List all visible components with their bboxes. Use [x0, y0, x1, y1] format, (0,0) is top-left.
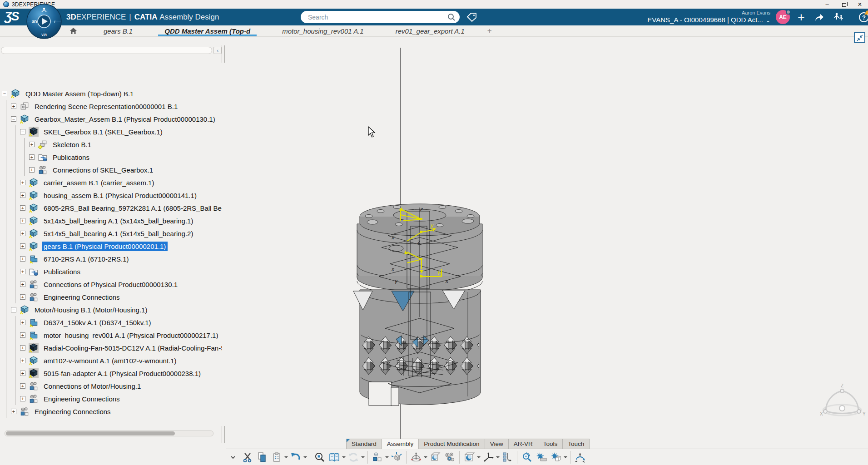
tree-expander[interactable]: +: [20, 269, 25, 274]
cut-button[interactable]: [240, 450, 255, 465]
tree-item-label[interactable]: 5015-fan-adapter A.1 (Physical Product00…: [42, 369, 203, 378]
add-content-button[interactable]: +: [794, 11, 808, 23]
ribbon-tab[interactable]: Touch: [562, 439, 590, 449]
tree-item-label[interactable]: motor_housing_rev001 A.1 (Physical Produ…: [42, 331, 220, 340]
3d-viewport[interactable]: zyxzxyHx: [353, 201, 486, 411]
restore-button[interactable]: [835, 0, 852, 9]
tree-top-scrollbar[interactable]: [1, 47, 212, 54]
center-on-button[interactable]: [520, 450, 534, 465]
compass-z-label[interactable]: Z: [841, 383, 843, 388]
section-view-button[interactable]: [428, 450, 442, 465]
tree-bottom-scrollbar[interactable]: [5, 430, 213, 436]
tree-row[interactable]: − Gearbox_Master_Assem B.1 (Physical Pro…: [2, 113, 222, 125]
collapse-panel-button[interactable]: [854, 32, 865, 43]
tree-row[interactable]: + Engineering Connections: [2, 405, 222, 418]
tree-item-label[interactable]: amt102-v-wmount A.1 (amt102-v-wmount.1): [42, 356, 179, 366]
tree-expander[interactable]: +: [20, 243, 25, 249]
tree-item-label[interactable]: Engineering Connections: [42, 394, 122, 404]
tree-item-label[interactable]: Connections of SKEL_Gearbox.1: [51, 165, 155, 175]
close-button[interactable]: ×: [852, 0, 868, 9]
tree-row[interactable]: + 6710-2RS A.1 (6710-2RS.1): [2, 252, 222, 265]
tree-item-label[interactable]: carrier_assem B.1 (carrier_assem.1): [42, 178, 156, 188]
share-button[interactable]: [813, 11, 826, 23]
ribbon-tab[interactable]: Assembly: [382, 439, 419, 449]
view-navigation-compass[interactable]: Z X Y: [817, 383, 868, 425]
tree-row[interactable]: + Publications: [2, 151, 222, 163]
tree-item-label[interactable]: Connections of Motor/Housing.1: [42, 381, 143, 391]
sphere-box-button[interactable]: [462, 450, 476, 465]
tree-item-label[interactable]: Publications: [42, 267, 82, 277]
tree-expander[interactable]: −: [20, 129, 25, 134]
catalog-book-dropdown[interactable]: [342, 450, 346, 465]
paste-button[interactable]: [269, 450, 284, 465]
tree-item-label[interactable]: 6805-2RS_Ball Bearing_5972K281 A.1 (6805…: [42, 203, 222, 213]
tree-expander[interactable]: +: [20, 396, 25, 401]
axis-system-dropdown[interactable]: [496, 450, 500, 465]
tree-row[interactable]: + housing_assem B.1 (Physical Product000…: [2, 189, 222, 202]
tree-expander[interactable]: +: [20, 294, 25, 300]
tree-row[interactable]: + Connections of Physical Product0000013…: [2, 278, 222, 291]
insert-component-button[interactable]: [370, 450, 385, 465]
search-input[interactable]: [308, 14, 447, 21]
undo-button[interactable]: [288, 450, 303, 465]
tag-icon[interactable]: [466, 12, 478, 23]
tree-expander[interactable]: +: [20, 218, 25, 223]
update-dropdown[interactable]: [361, 450, 365, 465]
compass-east-label[interactable]: i: [54, 19, 55, 24]
tree-expander[interactable]: +: [20, 180, 25, 185]
copy-button[interactable]: [255, 450, 269, 465]
compass-south-label[interactable]: V.R: [41, 33, 47, 37]
tree-expander[interactable]: +: [29, 154, 35, 160]
tree-expander[interactable]: +: [20, 345, 25, 351]
tree-expander[interactable]: +: [20, 383, 25, 389]
clash-cube-button[interactable]: [549, 450, 563, 465]
update-button[interactable]: [346, 450, 361, 465]
tree-item-label[interactable]: SKEL_Gearbox B.1 (SKEL_Gearbox.1): [42, 127, 164, 137]
reorder-tree-button[interactable]: [500, 450, 515, 465]
new-tab-button[interactable]: +: [483, 25, 496, 36]
tree-item-label[interactable]: Motor/Housing B.1 (Motor/Housing.1): [33, 305, 149, 315]
document-tab[interactable]: gears B.1: [97, 25, 139, 36]
tree-item-label[interactable]: gears B.1 (Physical Product00000201.1): [42, 242, 168, 251]
tree-expander[interactable]: +: [20, 282, 25, 287]
tree-row[interactable]: + Connections of SKEL_Gearbox.1: [2, 163, 222, 176]
tree-row[interactable]: + carrier_assem B.1 (carrier_assem.1): [2, 176, 222, 189]
community-button[interactable]: [832, 11, 845, 23]
help-button[interactable]: ?: [857, 11, 868, 23]
tree-row[interactable]: + D6374_150kv A.1 (D6374_150kv.1): [2, 316, 222, 329]
ribbon-tab[interactable]: AR-VR: [508, 439, 538, 449]
tree-item-label[interactable]: Gearbox_Master_Assem B.1 (Physical Produ…: [33, 114, 217, 124]
ribbon-tab[interactable]: Tools: [538, 439, 563, 449]
tree-item-label[interactable]: D6374_150kv A.1 (D6374_150kv.1): [42, 318, 153, 327]
3dexperience-compass[interactable]: 3D i V.R: [26, 3, 62, 40]
tree-item-label[interactable]: 5x14x5_ball_bearing A.1 (5x14x5_ball_bea…: [42, 229, 195, 238]
home-button[interactable]: [68, 25, 78, 36]
tree-expander[interactable]: +: [29, 167, 35, 173]
tree-expander[interactable]: −: [2, 91, 7, 96]
document-tab[interactable]: motor_housing_rev001 A.1: [276, 25, 370, 36]
tree-row[interactable]: − SKEL_Gearbox B.1 (SKEL_Gearbox.1): [2, 125, 222, 138]
tree-expander[interactable]: +: [20, 205, 25, 211]
sphere-box-dropdown[interactable]: [476, 450, 481, 465]
explode-button[interactable]: [389, 450, 404, 465]
tree-row[interactable]: + Radial-Cooling-Fan-5015-DC12V A.1 (Rad…: [2, 341, 222, 354]
tree-row[interactable]: + Engineering Connections: [2, 392, 222, 405]
tree-expander[interactable]: +: [20, 371, 25, 376]
tree-row[interactable]: + amt102-v-wmount A.1 (amt102-v-wmount.1…: [2, 354, 222, 367]
rotate-3d-button[interactable]: [573, 450, 587, 465]
paste-dropdown[interactable]: [284, 450, 288, 465]
tree-item-label[interactable]: Connections of Physical Product00000130.…: [42, 280, 179, 289]
tree-item-label[interactable]: Publications: [51, 153, 91, 162]
tree-row[interactable]: + gears B.1 (Physical Product00000201.1): [2, 240, 222, 252]
tree-expander[interactable]: +: [11, 409, 16, 414]
zoom-area-button[interactable]: [312, 450, 327, 465]
ribbon-tab[interactable]: Product Modification: [418, 439, 484, 449]
tree-row[interactable]: − QDD Master Assem (Top-down) B.1: [2, 87, 222, 100]
panel-splitter[interactable]: [222, 426, 225, 443]
user-context-menu[interactable]: Aaron Evans EVANS_A - OI000499668 | QDD …: [647, 10, 770, 24]
tree-expander[interactable]: +: [20, 256, 25, 262]
minimize-button[interactable]: –: [819, 0, 835, 9]
tree-item-label[interactable]: QDD Master Assem (Top-down) B.1: [24, 89, 135, 99]
tree-scroll-left-button[interactable]: ‹: [213, 47, 222, 54]
undo-dropdown[interactable]: [303, 450, 308, 465]
